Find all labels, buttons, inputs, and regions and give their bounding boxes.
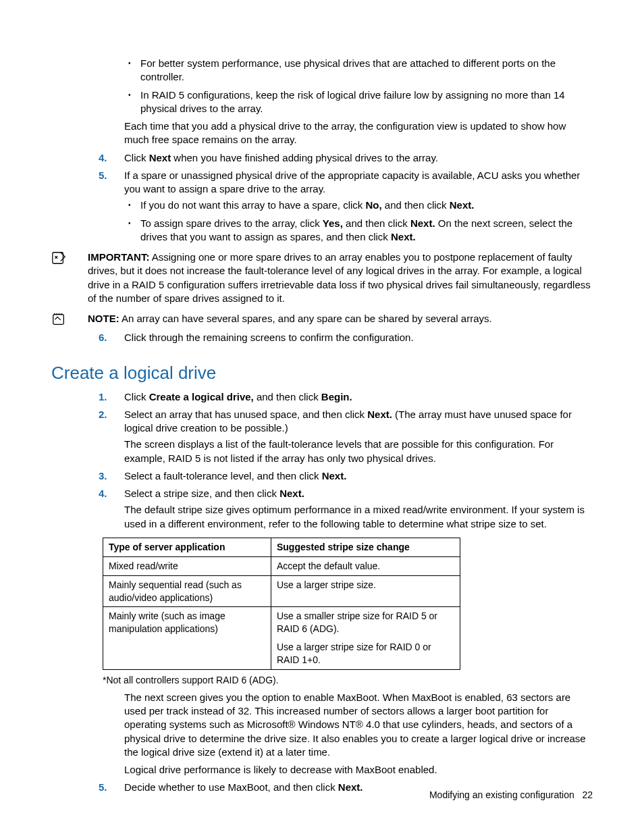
body-text: To assign spare drives to the array, cli… — [140, 217, 323, 229]
body-text: The screen displays a list of the fault-… — [124, 438, 593, 465]
bold-text: Next. — [322, 470, 347, 481]
ordered-list: 1. Click Create a logical drive, and the… — [51, 390, 593, 531]
body-text: For better system performance, use physi… — [140, 57, 556, 82]
table-row: Mainly write (such as image manipulation… — [103, 607, 460, 670]
bold-text: Next. — [279, 488, 304, 499]
table-header: Suggested stripe size change — [271, 538, 460, 556]
step-number: 4. — [99, 487, 117, 500]
svg-rect-0 — [53, 253, 63, 264]
body-text: Decide whether to use MaxBoot, and then … — [124, 781, 338, 793]
bold-text: Begin. — [321, 391, 352, 402]
note-callout: NOTE: An array can have several spares, … — [51, 312, 593, 325]
step-number: 6. — [99, 331, 117, 344]
bulleted-list: If you do not want this array to have a … — [124, 199, 593, 244]
body-text: and then click — [382, 199, 450, 211]
table-cell: Use a smaller stripe size for RAID 5 or … — [271, 607, 460, 670]
bold-text: Next. — [367, 409, 392, 420]
ordered-list: 6. Click through the remaining screens t… — [51, 331, 593, 344]
step-number: 3. — [99, 469, 117, 483]
callout-body: IMPORTANT: Assigning one or more spare d… — [88, 251, 593, 305]
list-item: 5. If a spare or unassigned physical dri… — [51, 169, 593, 244]
bold-text: Next. — [450, 199, 475, 211]
body-text: Click through the remaining screens to c… — [124, 332, 414, 343]
svg-rect-1 — [53, 315, 64, 325]
page-number: 22 — [582, 789, 593, 800]
body-text: Use a smaller stripe size for RAID 5 or … — [277, 610, 454, 635]
list-item: In RAID 5 configurations, keep the risk … — [124, 88, 593, 116]
table-row: Mainly sequential read (such as audio/vi… — [103, 575, 460, 607]
list-item: 2. Select an array that has unused space… — [51, 408, 593, 465]
footer-text: Modifying an existing configuration — [429, 789, 574, 800]
body-text: Click — [124, 391, 149, 402]
table-cell: Accept the default value. — [271, 556, 460, 575]
step-number: 1. — [99, 390, 117, 404]
body-text: The default stripe size gives optimum pe… — [124, 503, 593, 531]
body-text: when you have finished adding physical d… — [171, 152, 438, 163]
body-text: and then click — [343, 217, 410, 229]
bold-text: Next — [149, 152, 171, 163]
body-text: Select a fault-tolerance level, and then… — [124, 470, 322, 481]
important-icon — [51, 251, 66, 265]
list-item: 4. Select a stripe size, and then click … — [51, 487, 593, 531]
body-text: Logical drive performance is likely to d… — [124, 763, 593, 777]
bold-text: Next. — [338, 781, 363, 793]
bold-text: Next. — [410, 217, 435, 229]
bulleted-list: For better system performance, use physi… — [124, 57, 593, 115]
list-item: 1. Click Create a logical drive, and the… — [51, 390, 593, 404]
body-text: If you do not want this array to have a … — [140, 199, 366, 211]
bold-text: Create a logical drive, — [149, 391, 254, 402]
stripe-size-table: Type of server application Suggested str… — [103, 538, 460, 670]
note-icon — [51, 312, 66, 327]
table-footnote: *Not all controllers support RAID 6 (ADG… — [103, 674, 593, 687]
body-text: Assigning one or more spare drives to an… — [88, 251, 591, 304]
list-item: For better system performance, use physi… — [124, 57, 593, 84]
list-item: 6. Click through the remaining screens t… — [51, 331, 593, 344]
table-cell: Use a larger stripe size. — [271, 575, 460, 607]
list-item: 3. Select a fault-tolerance level, and t… — [51, 469, 593, 483]
important-callout: IMPORTANT: Assigning one or more spare d… — [51, 251, 593, 305]
bold-text: Yes, — [323, 217, 343, 229]
ordered-list: 4. Click Next when you have finished add… — [51, 151, 593, 244]
body-text: Select a stripe size, and then click — [124, 488, 279, 499]
table-cell: Mixed read/write — [103, 556, 271, 575]
step-number: 2. — [99, 408, 117, 421]
table-cell: Mainly write (such as image manipulation… — [103, 607, 271, 670]
body-text: In RAID 5 configurations, keep the risk … — [140, 89, 565, 114]
callout-body: NOTE: An array can have several spares, … — [88, 312, 593, 325]
bold-text: Next. — [391, 231, 416, 242]
body-text: The next screen gives you the option to … — [124, 691, 593, 759]
list-item: To assign spare drives to the array, cli… — [124, 217, 593, 244]
list-item: If you do not want this array to have a … — [124, 199, 593, 212]
body-text: Click — [124, 152, 149, 163]
section-heading: Create a logical drive — [51, 361, 593, 385]
table-header: Type of server application — [103, 538, 271, 556]
page-content: For better system performance, use physi… — [51, 57, 593, 795]
callout-label: IMPORTANT: — [88, 251, 149, 263]
table-row: Type of server application Suggested str… — [103, 538, 460, 556]
body-text: Use a larger stripe size for RAID 0 or R… — [277, 641, 454, 667]
document-page: For better system performance, use physi… — [0, 0, 644, 834]
body-text: An array can have several spares, and an… — [119, 313, 492, 324]
step-number: 5. — [99, 781, 117, 794]
list-item: 4. Click Next when you have finished add… — [51, 151, 593, 165]
body-text: and then click — [254, 391, 321, 402]
table-cell: Mainly sequential read (such as audio/vi… — [103, 575, 271, 607]
continuation-block: For better system performance, use physi… — [51, 57, 593, 147]
bold-text: No, — [366, 199, 382, 211]
step-number: 4. — [99, 151, 117, 165]
body-text: Select an array that has unused space, a… — [124, 409, 367, 420]
step-number: 5. — [99, 169, 117, 182]
page-footer: Modifying an existing configuration 22 — [429, 789, 593, 802]
body-text: If a spare or unassigned physical drive … — [124, 170, 580, 194]
table-row: Mixed read/write Accept the default valu… — [103, 556, 460, 575]
callout-label: NOTE: — [88, 313, 119, 324]
body-text: Each time that you add a physical drive … — [124, 120, 593, 147]
